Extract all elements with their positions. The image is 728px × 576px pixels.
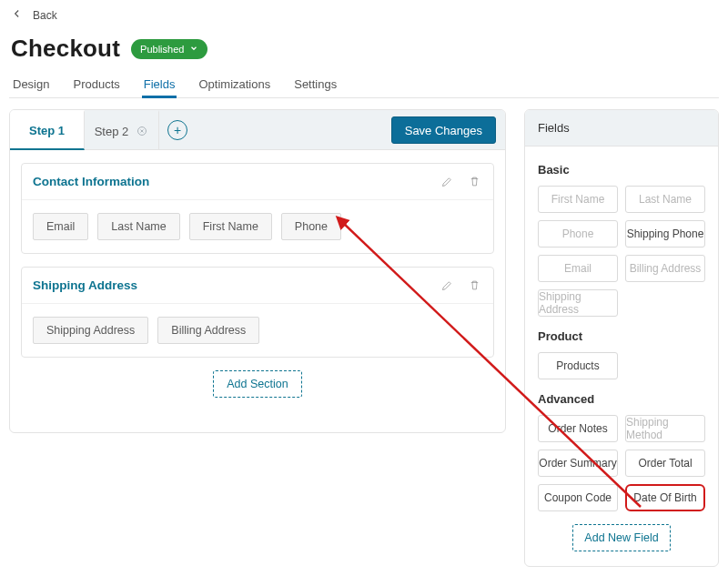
section-card: Shipping AddressShipping AddressBilling … (21, 267, 494, 358)
tab-settings[interactable]: Settings (292, 73, 339, 97)
edit-icon[interactable] (439, 174, 455, 190)
tab-products[interactable]: Products (71, 73, 121, 97)
plus-icon: + (174, 123, 181, 137)
close-icon[interactable] (136, 125, 148, 137)
palette-group-title: Product (538, 329, 705, 343)
palette-field[interactable]: Order Total (625, 450, 705, 477)
tab-design[interactable]: Design (11, 73, 51, 97)
palette-title: Fields (525, 110, 718, 147)
field-chip[interactable]: Email (33, 213, 88, 240)
palette-group-title: Advanced (538, 392, 705, 406)
add-new-field-button[interactable]: Add New Field (572, 524, 670, 551)
step-label: Step 2 (95, 125, 129, 138)
back-link[interactable]: Back (11, 7, 57, 23)
field-chip[interactable]: Last Name (97, 213, 179, 240)
palette-field[interactable]: Products (538, 352, 618, 379)
edit-icon[interactable] (439, 278, 455, 294)
palette-group-title: Basic (538, 163, 705, 177)
form-builder-panel: Step 1Step 2 + Save Changes Contact Info… (9, 109, 506, 433)
palette-field[interactable]: Order Notes (538, 415, 618, 442)
arrow-left-icon (11, 7, 24, 23)
section-card: Contact InformationEmailLast NameFirst N… (21, 163, 494, 254)
palette-field: Billing Address (625, 255, 705, 282)
palette-field: Shipping Method (625, 415, 705, 442)
palette-field[interactable]: Date Of Birth (625, 484, 705, 511)
tab-optimizations[interactable]: Optimizations (197, 73, 272, 97)
palette-field[interactable]: Coupon Code (538, 484, 618, 511)
page-title: Checkout (11, 35, 120, 63)
field-chip[interactable]: Phone (281, 213, 341, 240)
tab-fields[interactable]: Fields (142, 73, 177, 98)
chevron-down-icon (189, 44, 198, 55)
palette-field[interactable]: Shipping Phone (625, 220, 705, 248)
field-chip[interactable]: Shipping Address (33, 317, 148, 344)
status-badge[interactable]: Published (131, 39, 207, 59)
field-chip[interactable]: Billing Address (157, 317, 259, 344)
palette-field: Shipping Address (538, 289, 618, 317)
field-chip[interactable]: First Name (189, 213, 272, 240)
save-button[interactable]: Save Changes (391, 116, 496, 144)
palette-field: Last Name (625, 186, 705, 213)
palette-field[interactable]: Order Summary (538, 450, 618, 477)
add-step-button[interactable]: + (167, 120, 187, 140)
trash-icon[interactable] (466, 174, 482, 190)
palette-field: First Name (538, 186, 618, 213)
status-label: Published (140, 44, 184, 55)
fields-palette-panel: Fields BasicFirst NameLast NamePhoneShip… (524, 109, 719, 567)
step-tab-2[interactable]: Step 2 (85, 110, 159, 150)
step-tab-1[interactable]: Step 1 (10, 110, 85, 150)
save-label: Save Changes (405, 124, 482, 137)
section-title: Contact Information (33, 175, 149, 188)
back-label: Back (33, 9, 57, 22)
palette-field: Phone (538, 220, 618, 248)
trash-icon[interactable] (466, 278, 482, 294)
section-title: Shipping Address (33, 278, 137, 292)
add-section-button[interactable]: Add Section (213, 370, 301, 398)
main-tabs: DesignProductsFieldsOptimizationsSetting… (9, 73, 719, 98)
palette-field: Email (538, 255, 618, 282)
